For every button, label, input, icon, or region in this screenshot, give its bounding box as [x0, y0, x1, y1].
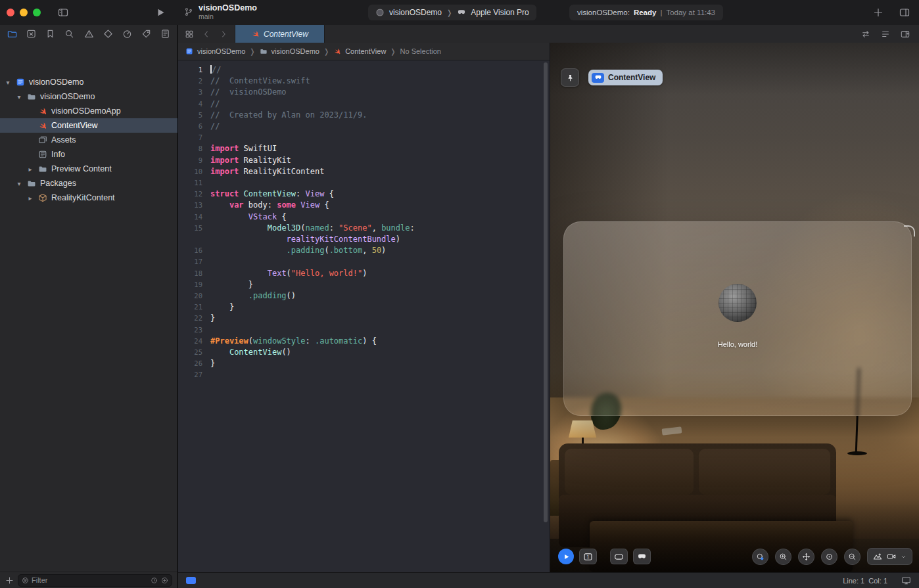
- scheme-selector[interactable]: visionOSDemo ❭ Apple Vision Pro: [368, 5, 536, 20]
- tree-item-assets[interactable]: Assets: [0, 133, 177, 147]
- file-name: Preview Content: [51, 164, 112, 173]
- tab-contentview[interactable]: ContentView: [235, 25, 325, 43]
- library-add-icon[interactable]: [873, 7, 884, 18]
- disclosure-icon[interactable]: ▸: [26, 166, 34, 173]
- inspect-button[interactable]: [752, 549, 768, 565]
- destination-name[interactable]: Apple Vision Pro: [471, 8, 529, 17]
- line-number: 15: [178, 223, 210, 234]
- source-control-filter-icon[interactable]: [161, 577, 168, 584]
- editor-scrollbar[interactable]: [544, 62, 548, 522]
- recenter-button[interactable]: [821, 549, 837, 565]
- line-number: [178, 234, 210, 245]
- close-window-button[interactable]: [7, 9, 14, 16]
- line-number: 24: [178, 336, 210, 347]
- line-number: 1: [178, 64, 210, 76]
- selectable-mode-button[interactable]: 1: [579, 549, 597, 564]
- navigator-sidebar: ▾visionOSDemo▾visionOSDemovisionOSDemoAp…: [0, 25, 178, 588]
- preview-canvas: Hello, world! ContentView 1: [550, 43, 919, 572]
- recent-files-filter-icon[interactable]: [151, 577, 158, 584]
- editor-layout-icon[interactable]: [899, 7, 910, 18]
- window-resize-handle[interactable]: [904, 225, 915, 237]
- activity-status[interactable]: visionOSDemo: Ready | Today at 11:43: [569, 5, 723, 20]
- jumpbar-group[interactable]: visionOSDemo: [271, 47, 319, 55]
- filter-bar: Filter: [0, 572, 177, 588]
- infolist-icon: [37, 150, 48, 159]
- camera-icon: [887, 552, 896, 561]
- model3d-sphere: [719, 284, 757, 322]
- swap-editors-icon[interactable]: [861, 30, 870, 39]
- reports-navigator-icon[interactable]: [160, 29, 170, 39]
- jumpbar-selection[interactable]: No Selection: [400, 47, 441, 55]
- file-name: Packages: [40, 179, 76, 188]
- line-number: 26: [178, 358, 210, 369]
- code-line: 25 ContentView(): [178, 347, 550, 358]
- tree-item-contentview[interactable]: ContentView: [0, 118, 177, 133]
- line-number: 18: [178, 268, 210, 279]
- find-navigator-icon[interactable]: [64, 29, 74, 39]
- minimize-window-button[interactable]: [20, 9, 28, 16]
- disclosure-icon[interactable]: ▸: [26, 194, 34, 202]
- code-line: 19 }: [178, 279, 550, 290]
- zoom-out-button[interactable]: [844, 549, 860, 565]
- sofa-cushion-right: [699, 449, 830, 495]
- line-number: 17: [178, 256, 210, 267]
- fullscreen-window-button[interactable]: [33, 9, 41, 16]
- project-title-block: visionOSDemo main: [184, 3, 257, 20]
- preview-device-pill[interactable]: ContentView: [588, 70, 663, 85]
- sofa-cushion-left: [565, 449, 694, 495]
- related-items-icon[interactable]: [185, 30, 194, 39]
- source-editor[interactable]: 1//2// ContentView.swift3// visionOSDemo…: [178, 60, 550, 572]
- disclosure-icon[interactable]: ▾: [15, 180, 23, 187]
- code-line: 24#Preview(windowStyle: .automatic) {: [178, 336, 550, 347]
- tree-item-visionosdemo[interactable]: ▾visionOSDemo: [0, 89, 177, 104]
- forward-icon[interactable]: [219, 30, 228, 39]
- project-navigator-icon[interactable]: [7, 29, 17, 39]
- disclosure-icon[interactable]: ▾: [4, 79, 12, 86]
- back-icon[interactable]: [202, 30, 211, 39]
- issues-navigator-icon[interactable]: [84, 29, 94, 39]
- code-line: 1//: [178, 64, 550, 76]
- pin-preview-button[interactable]: [561, 68, 579, 87]
- file-tree: ▾visionOSDemo▾visionOSDemovisionOSDemoAp…: [0, 67, 177, 572]
- tree-item-visionosdemo[interactable]: ▾visionOSDemo: [0, 75, 177, 89]
- code-line: 15 Model3D(named: "Scene", bundle:: [178, 223, 550, 234]
- breakpoints-navigator-icon[interactable]: [141, 29, 151, 39]
- tree-item-packages[interactable]: ▾Packages: [0, 176, 177, 191]
- jumpbar-file[interactable]: ContentView: [345, 47, 386, 55]
- debug-navigator-icon[interactable]: [122, 29, 132, 39]
- disclosure-icon[interactable]: ▾: [15, 93, 23, 101]
- code-line: 23: [178, 325, 550, 336]
- split-editor-icon[interactable]: [901, 30, 910, 39]
- tree-item-preview-content[interactable]: ▸Preview Content: [0, 162, 177, 176]
- device-bezel-button[interactable]: [610, 549, 628, 564]
- editor-list-icon[interactable]: [881, 30, 890, 39]
- code-line: 5// Created by Alan on 2023/11/9.: [178, 110, 550, 121]
- filter-field[interactable]: Filter: [18, 574, 172, 587]
- live-preview-button[interactable]: [558, 549, 574, 564]
- toggle-navigator-icon[interactable]: [58, 7, 68, 18]
- code-line: 3// visionOSDemo: [178, 87, 550, 98]
- jumpbar-project[interactable]: visionOSDemo: [197, 47, 245, 55]
- pin-icon: [566, 74, 575, 82]
- tests-navigator-icon[interactable]: [103, 29, 113, 39]
- run-button[interactable]: [155, 7, 166, 18]
- source-control-navigator-icon[interactable]: [26, 29, 36, 39]
- zoom-in-button[interactable]: [775, 549, 791, 565]
- bookmarks-navigator-icon[interactable]: [45, 29, 55, 39]
- line-number: 27: [178, 369, 210, 380]
- navigator-bar: [0, 25, 177, 42]
- code-line: 11: [178, 177, 550, 189]
- line-number: 22: [178, 313, 210, 324]
- vision-pro-preview-button[interactable]: [633, 549, 651, 564]
- pan-button[interactable]: [798, 549, 814, 565]
- add-file-icon[interactable]: [5, 576, 14, 585]
- tree-item-realitykitcontent[interactable]: ▸RealityKitContent: [0, 191, 177, 205]
- code-line: 14 VStack {: [178, 212, 550, 223]
- tree-item-info[interactable]: Info: [0, 147, 177, 162]
- tree-item-visionosdemoapp[interactable]: visionOSDemoApp: [0, 104, 177, 118]
- swift-icon: [37, 121, 48, 130]
- display-icon[interactable]: [901, 576, 911, 585]
- code-line: 20 .padding(): [178, 290, 550, 302]
- scheme-name[interactable]: visionOSDemo: [389, 8, 442, 17]
- environment-camera-button[interactable]: [867, 548, 912, 565]
